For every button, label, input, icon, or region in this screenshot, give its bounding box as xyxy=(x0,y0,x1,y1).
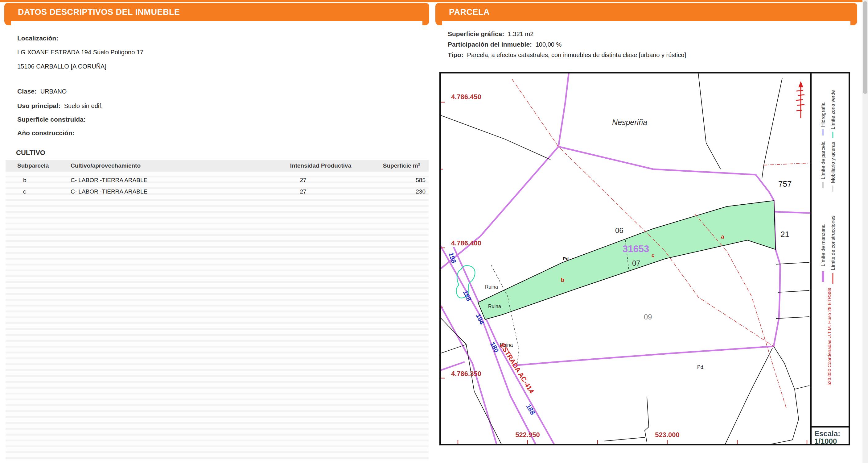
clase-value: URBANO xyxy=(40,88,67,95)
table-empty-stripes xyxy=(5,172,429,461)
participacion-row: Participación del inmueble: 100,00 % xyxy=(448,41,561,48)
address-line-2: 15106 CARBALLO [A CORUÑA] xyxy=(17,63,106,70)
scrollbar-thumb[interactable] xyxy=(863,1,867,94)
utm-y-label: 4.786.450 xyxy=(451,93,481,100)
clase-row: Clase: URBANO xyxy=(17,88,67,95)
superficie-construida-label: Superficie construida: xyxy=(17,116,86,123)
cadastral-map: 4.786.450 4.786.400 4.786.350 522.950 52… xyxy=(439,72,850,445)
col-header-intensidad: Intensidad Productiva xyxy=(281,162,360,169)
legend-label-construcciones: Límite de construcciones xyxy=(830,215,836,270)
legend-label-mobiliario: Mobiliario y aceras xyxy=(830,142,836,183)
clase-label: Clase: xyxy=(17,88,37,95)
anio-construccion-row: Año construcción: xyxy=(17,129,76,137)
uso-value: Suelo sin edif. xyxy=(64,103,103,109)
superficie-grafica-label: Superficie gráfica: xyxy=(448,30,504,37)
right-panel-header: PARCELA xyxy=(435,3,857,21)
cell-cultivo: C- LABOR -TIERRA ARABLE xyxy=(71,177,147,184)
table-row: c C- LABOR -TIERRA ARABLE 27 230 xyxy=(5,186,429,198)
ruina-label: Ruina xyxy=(485,284,498,290)
right-panel-title: PARCELA xyxy=(449,7,490,17)
place-name-label: Nesperiña xyxy=(612,118,647,126)
parcel-number-07: 07 xyxy=(632,259,641,267)
uso-row: Uso principal: Suelo sin edif. xyxy=(17,102,103,110)
utm-y-label: 4.786.350 xyxy=(451,370,481,377)
legend-label-hidrografia: Hidrografía xyxy=(820,103,826,127)
table-header-band xyxy=(5,160,429,172)
uso-label: Uso principal: xyxy=(17,102,60,109)
superficie-construida-row: Superficie construida: xyxy=(17,116,88,123)
table-row: b C- LABOR -TIERRA ARABLE 27 585 xyxy=(5,175,429,186)
subparcel-a-label: a xyxy=(721,233,724,240)
left-panel-header: DATOS DESCRIPTIVOS DEL INMUEBLE xyxy=(4,3,429,21)
participacion-value: 100,00 % xyxy=(536,41,562,48)
utm-y-label: 4.786.400 xyxy=(451,239,481,247)
anio-construccion-label: Año construcción: xyxy=(17,129,74,137)
utm-x-label: 522.950 xyxy=(515,431,540,439)
parcel-number-09: 09 xyxy=(644,313,652,321)
subparcel-b-label: b xyxy=(561,277,565,283)
tipo-row: Tipo: Parcela, a efectos catastrales, co… xyxy=(448,51,686,59)
page-top-accent-strip xyxy=(0,0,868,2)
cultivo-title: CULTIVO xyxy=(16,149,45,157)
superficie-grafica-value: 1.321 m2 xyxy=(508,31,533,37)
selected-parcel-ref: 31653 xyxy=(623,243,649,254)
legend-label-manzana: Límite de manzana xyxy=(820,224,826,266)
col-header-superficie: Superficie m² xyxy=(371,162,420,169)
localizacion-label: Localización: xyxy=(17,35,58,42)
col-header-cultivo: Cultivo/aprovechamiento xyxy=(71,162,141,169)
parcel-number-21: 21 xyxy=(780,230,789,239)
cell-superficie: 230 xyxy=(376,188,426,195)
tipo-label: Tipo: xyxy=(448,51,463,58)
subparcel-c-label: c xyxy=(652,253,654,258)
legend-label-zona-verde: Límite zona verde xyxy=(830,90,836,129)
legend-label-parcela: Límite de parcela xyxy=(820,141,826,179)
parcel-number-06: 06 xyxy=(615,226,623,235)
superficie-grafica-row: Superficie gráfica: 1.321 m2 xyxy=(448,30,533,38)
ruina-label: Ruina xyxy=(488,304,501,309)
cell-intensidad: 27 xyxy=(268,188,339,195)
tipo-value: Parcela, a efectos catastrales, con inmu… xyxy=(467,52,686,58)
cell-intensidad: 27 xyxy=(268,177,339,184)
cell-subparcela: b xyxy=(23,177,27,184)
col-header-subparcela: Subparcela xyxy=(17,162,49,169)
pd-label: Pd. xyxy=(697,365,705,370)
escala-label: Escala: xyxy=(814,429,840,438)
participacion-label: Participación del inmueble: xyxy=(448,41,532,48)
utm-x-label: 523.000 xyxy=(655,431,680,439)
pd-label: Pd xyxy=(563,256,568,261)
left-panel-title: DATOS DESCRIPTIVOS DEL INMUEBLE xyxy=(18,7,180,17)
cell-superficie: 585 xyxy=(376,177,426,184)
cell-subparcela: c xyxy=(23,188,26,195)
address-line-1: LG XOANE ESTRADA 194 Suelo Polígono 17 xyxy=(17,49,144,56)
parcel-number-757: 757 xyxy=(778,179,792,189)
legend-crs-note: 523.050 Coordenadas U.T.M. Huso 29 ETRS8… xyxy=(827,288,832,385)
cell-cultivo: C- LABOR -TIERRA ARABLE xyxy=(71,188,147,195)
